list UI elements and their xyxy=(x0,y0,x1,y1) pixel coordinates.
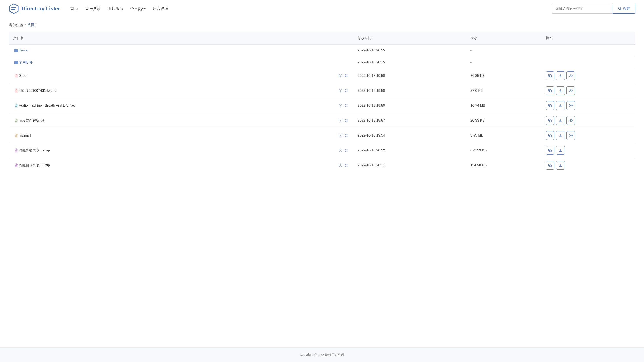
info-icon[interactable] xyxy=(338,148,343,153)
svg-rect-81 xyxy=(346,164,348,165)
download-button[interactable] xyxy=(556,161,565,170)
file-time: 2022-10-18 20:31 xyxy=(353,158,466,173)
svg-rect-14 xyxy=(549,75,551,77)
svg-point-9 xyxy=(340,75,341,75)
copy-button[interactable] xyxy=(546,71,554,80)
download-button[interactable] xyxy=(556,101,565,110)
search-icon xyxy=(618,7,622,10)
table-row: mv.mp4 2022-10-18 19:543.93 MB xyxy=(9,128,635,143)
grid-icon[interactable] xyxy=(343,163,349,168)
copy-button[interactable] xyxy=(546,131,554,140)
filename-text: 0.jpg xyxy=(19,74,26,78)
file-size: 3.93 MB xyxy=(466,128,541,143)
svg-rect-34 xyxy=(345,104,346,105)
info-icon[interactable] xyxy=(338,103,343,108)
col-header-name: 文件名 xyxy=(9,32,354,45)
svg-rect-46 xyxy=(345,119,346,120)
nav-music[interactable]: 音乐搜索 xyxy=(85,5,101,12)
filename-text: mp3文件解析.txt xyxy=(19,118,44,123)
svg-rect-73 xyxy=(346,151,348,152)
svg-rect-49 xyxy=(346,121,348,122)
download-button[interactable] xyxy=(556,131,565,140)
grid-icon[interactable] xyxy=(343,73,349,79)
copy-button[interactable] xyxy=(546,116,554,125)
grid-icon[interactable] xyxy=(343,118,349,123)
search-button[interactable]: 搜索 xyxy=(612,4,635,14)
download-button[interactable] xyxy=(556,86,565,95)
svg-marker-0 xyxy=(10,4,18,13)
file-ops xyxy=(541,98,635,113)
breadcrumb-home-link[interactable]: 首页 xyxy=(27,23,34,27)
info-icon[interactable] xyxy=(338,88,343,93)
svg-point-21 xyxy=(340,90,341,90)
nav-home[interactable]: 首页 xyxy=(70,5,78,12)
preview-button[interactable] xyxy=(566,71,575,80)
filename-text[interactable]: Demo xyxy=(19,48,28,52)
svg-rect-71 xyxy=(346,149,348,150)
copy-button[interactable] xyxy=(546,146,554,155)
play-button[interactable] xyxy=(566,101,575,110)
file-name-cell-5: mp3文件解析.txt xyxy=(9,113,354,128)
download-button[interactable] xyxy=(556,146,565,155)
grid-icon[interactable] xyxy=(343,148,349,153)
svg-line-4 xyxy=(620,9,622,10)
nav-admin[interactable]: 后台管理 xyxy=(153,5,168,12)
filename-text[interactable]: 常用软件 xyxy=(19,60,33,65)
file-ops xyxy=(541,83,635,98)
table-row: mp3文件解析.txt 2022-10-18 19:5720.33 KB xyxy=(9,113,635,128)
table-row: 彩虹目录列表1.0.zip 2022-10-18 20:31154.98 KB xyxy=(9,158,635,173)
file-size: - xyxy=(466,45,541,56)
footer: Copyright ©2022 彩虹目录列表 xyxy=(0,347,644,362)
svg-point-52 xyxy=(570,120,571,121)
file-name-cell-8: 彩虹目录列表1.0.zip xyxy=(9,158,354,173)
col-header-ops: 操作 xyxy=(541,32,635,45)
svg-rect-38 xyxy=(549,105,551,107)
info-icon[interactable] xyxy=(338,73,343,79)
grid-icon[interactable] xyxy=(343,88,349,93)
nav-image-compress[interactable]: 图片压缩 xyxy=(108,5,123,12)
svg-rect-58 xyxy=(345,134,346,135)
search-input[interactable] xyxy=(552,4,612,14)
file-name-cell-1: 常用软件 xyxy=(9,56,354,68)
svg-rect-50 xyxy=(549,120,551,122)
filename-text: mv.mp4 xyxy=(19,134,31,137)
info-icon[interactable] xyxy=(338,163,343,168)
download-button[interactable] xyxy=(556,116,565,125)
filename-text: 彩虹目录列表1.0.zip xyxy=(19,163,50,168)
file-size: 27.6 KB xyxy=(466,83,541,98)
play-button[interactable] xyxy=(566,131,575,140)
search-area: 搜索 xyxy=(552,4,635,14)
info-icon[interactable] xyxy=(338,133,343,138)
file-ops xyxy=(541,45,635,56)
breadcrumb: 当前位置：首页 / xyxy=(9,23,36,27)
file-name-cell-3: 45047061007431-lp.png xyxy=(9,83,354,98)
svg-rect-80 xyxy=(345,164,346,165)
copy-button[interactable] xyxy=(546,86,554,95)
download-button[interactable] xyxy=(556,71,565,80)
info-icon[interactable] xyxy=(338,118,343,123)
svg-rect-70 xyxy=(345,149,346,150)
copy-button[interactable] xyxy=(546,161,554,170)
svg-rect-72 xyxy=(345,151,346,152)
nav-hot[interactable]: 今日热榜 xyxy=(130,5,146,12)
preview-button[interactable] xyxy=(566,86,575,95)
grid-icon[interactable] xyxy=(343,133,349,138)
copy-button[interactable] xyxy=(546,101,554,110)
file-icon xyxy=(13,118,19,123)
svg-rect-25 xyxy=(346,91,348,92)
file-time: 2022-10-18 20:25 xyxy=(353,45,466,56)
table-row: 0.jpg 2022-10-18 19:5036.85 KB xyxy=(9,68,635,83)
col-header-size: 大小 xyxy=(466,32,541,45)
svg-rect-61 xyxy=(346,136,348,137)
file-time: 2022-10-18 19:54 xyxy=(353,128,466,143)
grid-icon[interactable] xyxy=(343,103,349,108)
file-size: 36.85 KB xyxy=(466,68,541,83)
logo[interactable]: Directory Lister xyxy=(9,3,60,14)
svg-rect-23 xyxy=(346,89,348,90)
logo-icon xyxy=(9,3,19,14)
svg-rect-36 xyxy=(345,106,346,107)
preview-button[interactable] xyxy=(566,116,575,125)
table-header: 文件名 修改时间 大小 操作 xyxy=(9,32,635,45)
file-table: 文件名 修改时间 大小 操作 Demo2022-10-18 20:25- 常用软… xyxy=(9,32,635,173)
svg-rect-60 xyxy=(345,136,346,137)
